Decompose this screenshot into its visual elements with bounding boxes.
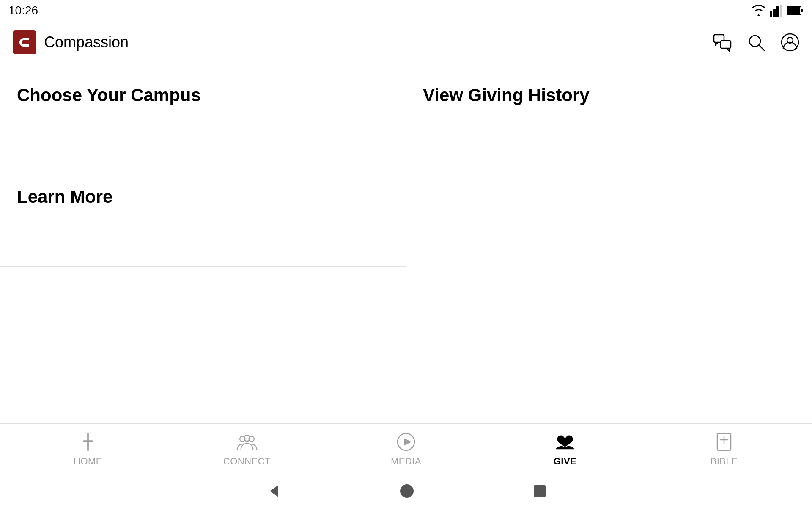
svg-rect-8 <box>26 40 29 42</box>
give-icon <box>554 431 576 453</box>
svg-rect-5 <box>787 7 800 14</box>
svg-marker-24 <box>404 438 411 446</box>
nav-item-give[interactable]: GIVE <box>486 431 645 467</box>
app-bar-actions <box>713 33 799 52</box>
svg-point-12 <box>749 36 760 47</box>
bible-icon <box>713 431 735 453</box>
home-label: HOME <box>74 456 102 467</box>
app-bar: Compassion <box>0 21 812 64</box>
svg-rect-3 <box>780 5 782 17</box>
media-label: MEDIA <box>391 456 421 467</box>
svg-rect-1 <box>773 9 776 17</box>
app-title: Compassion <box>44 33 129 51</box>
chat-button[interactable] <box>713 33 732 52</box>
svg-rect-0 <box>770 11 772 17</box>
view-giving-history-label: View Giving History <box>423 85 590 106</box>
status-time: 10:26 <box>8 4 38 17</box>
learn-more-cell[interactable]: Learn More <box>0 165 406 267</box>
svg-point-29 <box>400 484 414 498</box>
connect-icon <box>236 431 258 453</box>
view-giving-history-cell[interactable]: View Giving History <box>406 64 812 165</box>
connect-label: CONNECT <box>223 456 271 467</box>
signal-icon <box>770 5 783 17</box>
logo-container: Compassion <box>13 30 129 54</box>
svg-line-13 <box>759 45 764 50</box>
bottom-nav: HOME CONNECT MEDIA <box>0 423 812 474</box>
svg-rect-11 <box>721 41 731 48</box>
empty-cell <box>406 165 812 267</box>
svg-rect-6 <box>801 9 803 12</box>
profile-button[interactable] <box>781 33 799 52</box>
back-button[interactable] <box>266 483 281 499</box>
nav-item-home[interactable]: HOME <box>8 431 167 467</box>
search-button[interactable] <box>747 33 765 52</box>
media-icon <box>395 431 417 453</box>
nav-item-connect[interactable]: CONNECT <box>167 431 326 467</box>
app-logo <box>13 30 36 54</box>
main-content: Choose Your Campus View Giving History L… <box>0 64 812 440</box>
wifi-icon <box>751 5 766 17</box>
recent-apps-button[interactable] <box>533 484 546 498</box>
nav-item-bible[interactable]: BIBLE <box>645 431 804 467</box>
give-label: GIVE <box>554 456 577 467</box>
svg-rect-30 <box>534 485 546 497</box>
nav-item-media[interactable]: MEDIA <box>326 431 486 467</box>
status-bar: 10:26 <box>0 0 812 21</box>
learn-more-label: Learn More <box>17 186 112 207</box>
svg-rect-2 <box>776 6 779 17</box>
home-icon <box>77 431 99 453</box>
svg-rect-7 <box>13 30 36 54</box>
bible-label: BIBLE <box>710 456 738 467</box>
svg-marker-28 <box>270 485 278 497</box>
choose-campus-label: Choose Your Campus <box>17 85 201 106</box>
grid-container: Choose Your Campus View Giving History L… <box>0 64 812 267</box>
system-home-button[interactable] <box>399 483 414 499</box>
status-icons <box>751 5 804 17</box>
choose-campus-cell[interactable]: Choose Your Campus <box>0 64 406 165</box>
svg-rect-9 <box>26 43 29 44</box>
system-nav <box>0 474 812 508</box>
battery-icon <box>787 6 804 16</box>
